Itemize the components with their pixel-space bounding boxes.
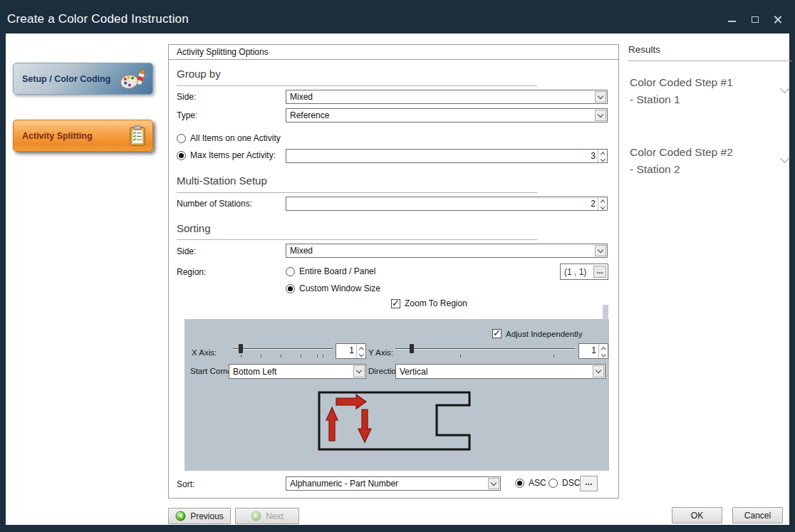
next-button[interactable]: Next bbox=[235, 508, 299, 524]
minimize-icon bbox=[728, 21, 736, 22]
sidebar-item-label: Setup / Color Coding bbox=[22, 74, 118, 84]
y-axis-input[interactable]: 1 bbox=[578, 343, 608, 359]
results-heading: Results bbox=[628, 44, 660, 55]
minimize-button[interactable] bbox=[727, 14, 738, 26]
radio-label: All Items on one Activity bbox=[190, 133, 281, 143]
group-by-type-select[interactable]: Reference bbox=[286, 108, 608, 122]
previous-button[interactable]: Previous bbox=[168, 508, 231, 524]
spinner-control[interactable] bbox=[598, 197, 607, 210]
maximize-button[interactable] bbox=[749, 14, 761, 26]
divider bbox=[177, 85, 537, 86]
next-icon bbox=[251, 511, 261, 521]
region-coordinates-field[interactable]: (1 , 1) ... bbox=[560, 264, 608, 280]
radio-icon bbox=[549, 479, 558, 488]
chevron-down-icon[interactable] bbox=[780, 154, 789, 163]
divider bbox=[628, 61, 791, 61]
section-heading-multi-station: Multi-Station Setup bbox=[177, 174, 267, 187]
board-direction-diagram bbox=[318, 391, 471, 454]
sidebar-item-label: Activity Splitting bbox=[22, 131, 118, 141]
selected-value: Mixed bbox=[290, 246, 313, 256]
start-corner-select[interactable]: Bottom Left bbox=[229, 364, 366, 379]
scrollbar-fragment[interactable] bbox=[603, 305, 608, 320]
selected-value: Reference bbox=[290, 110, 329, 120]
activity-splitting-options-panel: Activity Splitting Options Group by Side… bbox=[168, 44, 619, 499]
direction-select[interactable]: Vertical bbox=[395, 364, 606, 379]
chevron-down-icon bbox=[353, 365, 365, 377]
radio-icon bbox=[177, 134, 186, 143]
sorting-side-select[interactable]: Mixed bbox=[286, 244, 608, 258]
ok-button[interactable]: OK bbox=[672, 507, 722, 523]
chevron-down-icon[interactable] bbox=[780, 84, 789, 93]
titlebar: Create a Color Coded Instruction bbox=[0, 0, 795, 33]
radio-entire-board-panel[interactable]: Entire Board / Panel bbox=[286, 266, 375, 276]
result-item-step-2[interactable]: Color Coded Step #2 - Station 2 bbox=[630, 144, 788, 178]
chevron-down-icon bbox=[593, 365, 604, 377]
window-title: Create a Color Coded Instruction bbox=[7, 12, 189, 26]
spinner-control[interactable] bbox=[356, 344, 365, 358]
number-of-stations-label: Number of Stations: bbox=[177, 199, 252, 209]
radio-icon bbox=[286, 267, 295, 276]
previous-icon bbox=[175, 511, 186, 521]
y-axis-label: Y Axis: bbox=[368, 348, 393, 357]
input-value: 2 bbox=[286, 197, 598, 210]
radio-sort-dsc[interactable]: DSC bbox=[549, 478, 580, 488]
slider-track bbox=[233, 348, 333, 350]
result-item-step-1[interactable]: Color Coded Step #1 - Station 1 bbox=[630, 74, 788, 108]
zoom-to-region-checkbox[interactable]: Zoom To Region bbox=[391, 298, 467, 308]
chevron-down-icon bbox=[488, 478, 499, 489]
radio-sort-asc[interactable]: ASC bbox=[515, 478, 546, 488]
x-axis-slider[interactable] bbox=[233, 343, 333, 358]
sort-label: Sort: bbox=[177, 479, 194, 489]
selected-value: Alphanumeric - Part Number bbox=[290, 479, 398, 489]
up-arrow-icon bbox=[326, 407, 338, 441]
adjust-independently-checkbox[interactable]: Adjust Independently bbox=[492, 329, 582, 338]
number-of-stations-input[interactable]: 2 bbox=[286, 197, 608, 211]
checkbox-label: Adjust Independently bbox=[506, 330, 582, 338]
spinner-control[interactable] bbox=[598, 150, 607, 162]
slider-thumb[interactable] bbox=[410, 344, 414, 353]
radio-label: ASC bbox=[529, 478, 546, 488]
result-title: Color Coded Step #2 - Station 2 bbox=[630, 144, 759, 178]
radio-all-items-on-one-activity[interactable]: All Items on one Activity bbox=[177, 133, 281, 143]
cancel-button[interactable]: Cancel bbox=[732, 507, 783, 523]
radio-icon bbox=[177, 151, 186, 160]
sort-select[interactable]: Alphanumeric - Part Number bbox=[286, 476, 501, 491]
radio-label: Entire Board / Panel bbox=[299, 266, 375, 276]
result-title: Color Coded Step #1 - Station 1 bbox=[630, 74, 759, 108]
sidebar-item-setup-color-coding[interactable]: Setup / Color Coding bbox=[13, 63, 153, 95]
y-axis-slider[interactable] bbox=[395, 343, 575, 358]
button-label: Previous bbox=[190, 511, 224, 521]
selected-value: Bottom Left bbox=[233, 367, 276, 377]
radio-label: Max Items per Activity: bbox=[190, 150, 276, 160]
chevron-down-icon bbox=[595, 110, 606, 121]
radio-custom-window-size[interactable]: Custom Window Size bbox=[286, 283, 380, 293]
right-arrow-icon bbox=[336, 395, 366, 409]
section-heading-group-by: Group by bbox=[177, 68, 221, 80]
sorting-side-label: Side: bbox=[177, 246, 196, 256]
group-by-side-select[interactable]: Mixed bbox=[286, 90, 608, 104]
radio-max-items-per-activity[interactable]: Max Items per Activity: bbox=[177, 150, 276, 160]
checkbox-icon bbox=[391, 299, 400, 308]
region-label: Region: bbox=[177, 267, 206, 277]
button-label: Next bbox=[266, 511, 284, 521]
close-icon bbox=[772, 14, 784, 26]
region-browse-button[interactable]: ... bbox=[593, 266, 606, 278]
input-value: 1 bbox=[579, 344, 598, 358]
divider bbox=[177, 192, 537, 193]
divider bbox=[177, 239, 537, 240]
section-heading-sorting: Sorting bbox=[177, 222, 211, 234]
side-label: Side: bbox=[177, 92, 196, 102]
selected-value: Vertical bbox=[400, 367, 427, 377]
spinner-control[interactable] bbox=[598, 344, 608, 358]
radio-label: Custom Window Size bbox=[299, 283, 380, 293]
close-button[interactable] bbox=[772, 14, 784, 26]
sort-more-button[interactable]: ... bbox=[580, 476, 598, 491]
x-axis-input[interactable]: 1 bbox=[336, 343, 366, 359]
chevron-down-icon bbox=[595, 91, 606, 103]
button-label: OK bbox=[691, 511, 703, 521]
window-controls bbox=[715, 14, 784, 26]
dialog-content: Setup / Color Coding Act bbox=[6, 33, 789, 525]
sidebar-item-activity-splitting[interactable]: Activity Splitting bbox=[13, 120, 153, 152]
slider-thumb[interactable] bbox=[239, 344, 243, 353]
max-items-input[interactable]: 3 bbox=[286, 149, 608, 163]
